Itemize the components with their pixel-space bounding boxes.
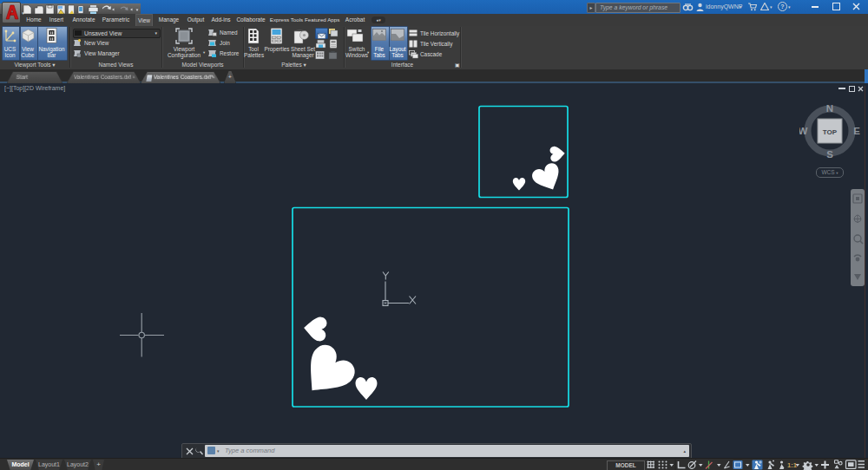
svg-text:1:1: 1:1 xyxy=(787,461,797,469)
svg-text:S: S xyxy=(826,149,833,160)
svg-text:TOP: TOP xyxy=(823,128,838,136)
svg-text:N: N xyxy=(826,103,833,114)
svg-text:W: W xyxy=(799,126,808,136)
svg-text:E: E xyxy=(853,126,860,136)
